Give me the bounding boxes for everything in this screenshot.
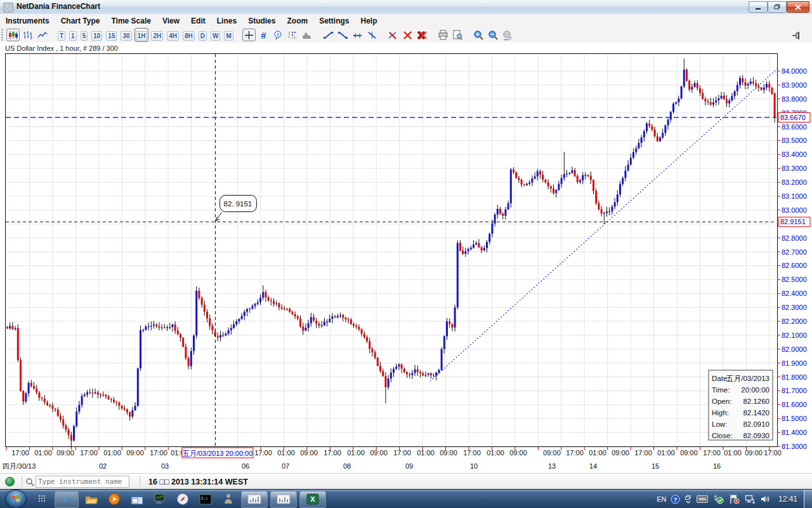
minimize-button[interactable] <box>749 1 768 13</box>
taskbar-chart-window-1[interactable] <box>241 491 268 508</box>
svg-text:83.9000: 83.9000 <box>782 81 807 89</box>
menu-instruments[interactable]: Instruments <box>0 15 55 27</box>
timeframe-d-button[interactable]: D <box>197 28 208 42</box>
taskbar-person-app[interactable] <box>219 491 238 507</box>
info-balloon-button[interactable]: i <box>272 29 285 41</box>
tray-vmware[interactable]: vm <box>697 495 708 503</box>
volume-button[interactable] <box>301 29 314 41</box>
svg-text:15: 15 <box>652 462 659 470</box>
language-indicator[interactable]: EN <box>657 495 666 503</box>
delete-selected-button[interactable] <box>401 29 414 41</box>
zoom-reset-button[interactable] <box>501 29 514 41</box>
tray-usb[interactable] <box>713 494 724 504</box>
close-button[interactable] <box>787 1 809 13</box>
timeframe-1h-button[interactable]: 1H <box>134 28 149 42</box>
timeframe-15-button[interactable]: 15 <box>105 28 118 42</box>
taskbar-app-window[interactable] <box>128 491 147 507</box>
candlestick-chart-button[interactable] <box>6 29 20 41</box>
trend-line-3-button[interactable] <box>351 29 364 41</box>
timeframe-w-button[interactable]: W <box>209 28 221 42</box>
volume-icon <box>302 30 312 40</box>
taskbar-chart-window-2[interactable] <box>270 491 297 508</box>
timeframe-4h-button[interactable]: 4H <box>166 28 180 42</box>
search-input[interactable] <box>36 476 129 488</box>
taskbar-compass-browser[interactable] <box>173 491 192 507</box>
ohlc-tooltip: Date:五月/03/2013Time:20:00:00Open:82.1260… <box>709 370 773 440</box>
compass-icon <box>176 493 189 505</box>
svg-text:17:00: 17:00 <box>463 449 481 457</box>
timeframe-1-button[interactable]: 1 <box>68 28 78 42</box>
svg-text:Time:: Time: <box>712 386 730 394</box>
menu-chart-type[interactable]: Chart Type <box>55 15 106 27</box>
timeframe-8h-button[interactable]: 8H <box>181 28 196 42</box>
timeframe-2h-button[interactable]: 2H <box>150 28 164 42</box>
grid-tool-button[interactable]: # <box>257 29 270 41</box>
menu-time-scale[interactable]: Time Scale <box>105 15 156 27</box>
tray-volume[interactable] <box>761 495 771 504</box>
delete-all-button[interactable] <box>416 29 429 41</box>
taskbar-command-prompt[interactable]: C:\ <box>196 491 215 507</box>
taskbar-excel[interactable]: X <box>299 491 326 508</box>
tray-expander[interactable] <box>685 495 691 504</box>
svg-text:17:00: 17:00 <box>11 449 29 457</box>
timeframe-m-button[interactable]: M <box>223 28 234 42</box>
print-preview-icon <box>452 30 462 40</box>
zoom-in-button[interactable] <box>472 29 485 41</box>
svg-text:81.4000: 81.4000 <box>782 429 807 436</box>
taskbar-folder[interactable] <box>82 491 101 507</box>
window-title: NetDania FinanceChart <box>16 2 100 11</box>
svg-text:01:00: 01:00 <box>103 449 121 457</box>
svg-text:C:\: C:\ <box>201 496 208 500</box>
show-desktop-button[interactable] <box>804 490 812 508</box>
pin-panel-button[interactable] <box>790 29 803 41</box>
menu-settings[interactable]: Settings <box>313 15 355 27</box>
menu-help[interactable]: Help <box>355 15 383 27</box>
timeframe-t-button[interactable]: T <box>56 28 67 42</box>
svg-text:81.9000: 81.9000 <box>782 359 807 367</box>
tray-action-center[interactable] <box>729 494 740 504</box>
trend-line-2-button[interactable] <box>336 29 350 41</box>
print-preview-button[interactable] <box>451 29 464 41</box>
crosshair-tool-button[interactable] <box>242 29 256 41</box>
crosshair-price-marker: 82.9151 <box>778 217 810 227</box>
svg-text:81.3000: 81.3000 <box>782 443 807 450</box>
taskbar-monitor-app[interactable] <box>150 491 169 507</box>
svg-text:17:00: 17:00 <box>254 449 272 457</box>
trend-line-4-button[interactable] <box>365 29 379 41</box>
trend-line-1-button[interactable] <box>322 29 335 41</box>
menu-lines[interactable]: Lines <box>211 15 242 27</box>
svg-text:09:00: 09:00 <box>680 449 698 457</box>
ohlc-bar-chart-button[interactable] <box>21 29 34 41</box>
taskbar-clock[interactable]: 12:41 <box>778 495 797 504</box>
svg-text:83.1000: 83.1000 <box>782 192 807 200</box>
toolbar-drag-handle[interactable] <box>1 29 3 41</box>
tray-help[interactable]: ? <box>671 495 680 504</box>
timeframe-5-button[interactable]: 5 <box>79 28 89 42</box>
period-settings-button[interactable] <box>286 29 299 41</box>
menu-zoom[interactable]: Zoom <box>281 15 313 27</box>
taskbar-grid-dots-icon[interactable] <box>32 491 51 507</box>
taskbar-media-player[interactable] <box>105 491 124 507</box>
start-button[interactable] <box>5 490 27 508</box>
chart-plot-area[interactable]: 82. 915184.000083.900083.800083.700083.6… <box>0 51 812 473</box>
status-bar: 16 □□ 2013 13:31:14 WEST <box>0 473 812 490</box>
command-prompt-icon: C:\ <box>199 494 212 505</box>
crosshair-balloon: 82. 9151 <box>216 195 257 220</box>
menu-studies[interactable]: Studies <box>242 15 281 27</box>
line-chart-button[interactable] <box>36 29 49 41</box>
taskbar-internet-explorer[interactable]: e <box>55 491 79 508</box>
menu-view[interactable]: View <box>157 15 185 27</box>
menu-edit[interactable]: Edit <box>185 15 211 27</box>
delete-line-button[interactable] <box>386 29 400 41</box>
print-button[interactable] <box>436 29 450 41</box>
svg-text:09:00: 09:00 <box>300 449 318 457</box>
trend-line-3-icon <box>352 30 363 40</box>
svg-text:03: 03 <box>161 462 169 470</box>
zoom-out-button[interactable] <box>487 29 500 41</box>
timeframe-30-button[interactable]: 30 <box>119 28 133 42</box>
timeframe-10-button[interactable]: 10 <box>90 28 103 42</box>
media-player-icon <box>108 493 121 505</box>
restore-button[interactable] <box>768 1 787 13</box>
trend-line[interactable] <box>430 69 778 381</box>
tray-network[interactable] <box>745 495 756 504</box>
